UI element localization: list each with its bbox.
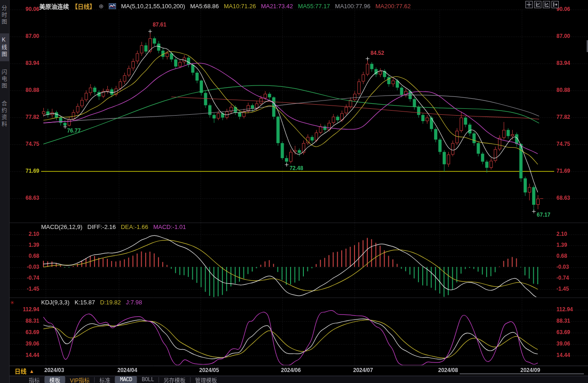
price-axis-label-right: 87.00	[556, 33, 570, 39]
macd-header: MACD(26,12,9) DIFF:-2.16 DEA:-1.66 MACD:…	[41, 223, 186, 230]
tab-7[interactable]: 管理模板	[191, 376, 222, 383]
macd-axis-label-right: 1.39	[556, 242, 567, 248]
macd-axis-label-right: 0.68	[556, 253, 567, 259]
price-axis-label-left: 77.82	[11, 114, 39, 120]
price-axis-label-right: 83.94	[556, 60, 570, 66]
ma10-value: MA10:71.26	[224, 3, 256, 10]
ma-params-label: MA(5,10,21,55,100,200)	[121, 3, 185, 10]
x-axis-month-label: 2024/07	[353, 367, 373, 373]
price-axis-label-right: 77.82	[556, 114, 570, 120]
ma21-value: MA21:73.42	[261, 3, 293, 10]
price-annotation: 84.52	[371, 50, 384, 56]
price-axis-label-right: 80.88	[556, 87, 570, 93]
macd-axis-label-left: 1.39	[11, 242, 39, 248]
macd-axis-label-left: 0.68	[11, 253, 39, 259]
price-axis-label-left: 68.63	[11, 195, 39, 201]
price-axis-label-left: 87.00	[11, 33, 39, 39]
kdj-header: KDJ(9,3,3) K:15.87 D:19.82 J:7.98	[41, 299, 142, 306]
kdj-axis-label-right: 63.69	[556, 330, 570, 335]
symbol-name: 美原油连续	[39, 2, 69, 11]
sidebar-item-0[interactable]: 分时图	[0, 2, 9, 29]
price-axis-label-left: 74.75	[11, 141, 39, 147]
ma5-value: MA5:68.86	[190, 3, 219, 10]
kdj-axis-label-right: 14.44	[556, 352, 570, 358]
macd-axis-label-left: -0.74	[11, 275, 39, 281]
macd-axis-label-right: -0.03	[556, 264, 569, 270]
kdj-axis-label-left: 63.69	[11, 330, 39, 335]
macd-axis-label-right: 2.10	[556, 231, 567, 237]
macd-name: MACD(26,12,9)	[41, 223, 82, 230]
chart-toolbar	[525, 1, 559, 8]
chart-canvas[interactable]	[0, 0, 588, 383]
sidebar: 分时图K线图闪电图合约资料	[0, 0, 10, 383]
x-axis-month-label: 2024/08	[438, 367, 458, 373]
price-axis-label-left: 90.06	[11, 6, 39, 12]
chart-pane-left-icon[interactable]	[534, 1, 541, 8]
period-selector[interactable]: 日线 ▲	[15, 367, 34, 375]
kdj-axis-label-right: 88.31	[556, 318, 570, 324]
h-scrollbar[interactable]	[460, 373, 584, 374]
tab-0[interactable]: 指标	[24, 376, 44, 383]
collapse-pane-icon[interactable]	[551, 1, 559, 8]
collapse-icon[interactable]: ⊕	[99, 3, 104, 10]
price-axis-label-left: 83.94	[11, 60, 39, 66]
price-annotation: 72.48	[290, 165, 303, 171]
trading-app-window: 分时图K线图闪电图合约资料 美原油连续 【日线】 ⊕ MA(5,10,21,55…	[0, 0, 588, 383]
macd-bar-value: MACD:-1.01	[153, 223, 186, 230]
price-annotation: 76.77	[67, 128, 81, 134]
price-axis-label-right: 74.75	[556, 141, 570, 147]
x-axis-month-label: 2024/03	[44, 367, 64, 373]
period-arrow-icon: ▲	[29, 368, 34, 374]
sidebar-item-3[interactable]: 合约资料	[0, 97, 9, 131]
kdj-axis-label-right: 39.06	[556, 341, 570, 347]
indicator-tabbar: 指标模板VIP指标标准MACDBOLL另存模板管理模板	[10, 376, 588, 383]
main-chart-header: 美原油连续 【日线】 ⊕ MA(5,10,21,55,100,200) MA5:…	[39, 2, 411, 11]
macd-axis-label-left: -1.45	[11, 286, 39, 292]
tab-2[interactable]: VIP指标	[65, 376, 94, 383]
move-crosshair-icon[interactable]	[525, 1, 533, 8]
kdj-name: KDJ(9,3,3)	[41, 299, 69, 306]
kdj-axis-label-left: 14.44	[11, 352, 39, 358]
price-axis-label-right: 71.69	[556, 168, 570, 174]
kdj-j-value: J:7.98	[126, 299, 142, 306]
price-axis-label-right: 68.63	[556, 195, 570, 201]
tab-1[interactable]: 模板	[45, 376, 65, 383]
macd-axis-label-left: 2.10	[11, 231, 39, 237]
ma55-value: MA55:77.17	[298, 3, 330, 10]
chart-pane-right-icon[interactable]	[543, 1, 550, 8]
sidebar-item-1[interactable]: K线图	[0, 33, 9, 61]
tab-4[interactable]: MACD	[115, 376, 137, 383]
price-annotation: 67.17	[537, 212, 551, 218]
price-axis-label-left: 80.88	[11, 87, 39, 93]
ma200-value: MA200:77.62	[376, 3, 411, 10]
macd-axis-label-right: -0.74	[556, 275, 569, 281]
ma100-value: MA100:77.96	[335, 3, 370, 10]
x-axis-month-label: 2024/06	[281, 367, 301, 373]
x-axis-month-label: 2024/09	[520, 367, 540, 373]
x-axis-month-label: 2024/04	[117, 367, 137, 373]
tab-3[interactable]: 标准	[95, 376, 115, 383]
tab-6[interactable]: 另存模板	[159, 376, 190, 383]
indicator-alert-icon[interactable]: ✳	[10, 300, 14, 306]
x-axis-month-label: 2024/05	[199, 367, 219, 373]
mini-chart-icon[interactable]	[109, 3, 116, 9]
kdj-k-value: K:15.87	[74, 299, 95, 306]
price-annotation: 87.61	[153, 21, 166, 28]
price-axis-label-left: 71.69	[11, 168, 39, 174]
tab-5[interactable]: BOLL	[137, 376, 159, 383]
kdj-axis-label-left: 39.06	[11, 341, 39, 347]
macd-axis-label-right: -1.45	[556, 286, 569, 292]
period-label: 日线	[15, 367, 26, 375]
macd-dea-value: DEA:-1.66	[121, 223, 148, 230]
kdj-axis-label-left: 112.94	[11, 307, 39, 313]
kdj-axis-label-left: 88.31	[11, 318, 39, 324]
macd-diff-value: DIFF:-2.16	[87, 223, 116, 230]
kdj-d-value: D:19.82	[100, 299, 121, 306]
macd-axis-label-left: -0.03	[11, 264, 39, 270]
period-tag: 【日线】	[72, 2, 95, 11]
kdj-axis-label-right: 112.94	[556, 307, 573, 313]
sidebar-item-2[interactable]: 闪电图	[0, 66, 9, 93]
